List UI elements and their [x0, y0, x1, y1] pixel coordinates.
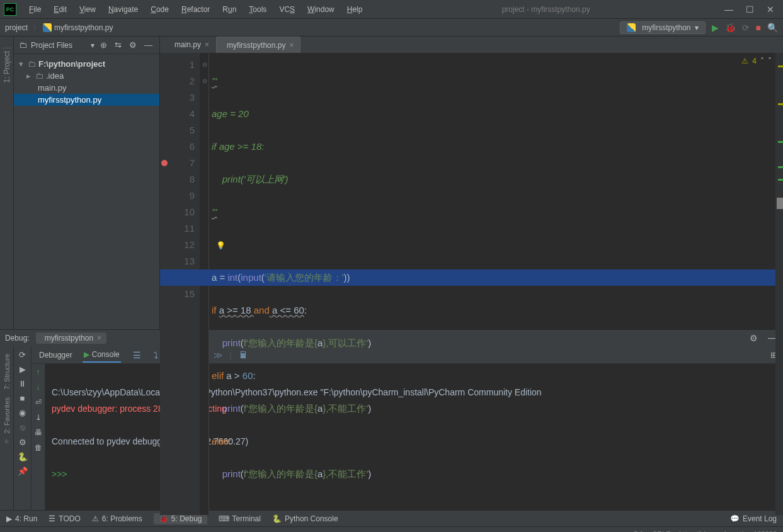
run-icon[interactable]: ▶ — [712, 23, 719, 33]
up-icon[interactable]: ↑ — [37, 368, 40, 376]
main-area: 1: Project 🗀 Project Files ▾ ⊕ ⇆ ⚙ — ▾🗀F… — [0, 37, 783, 329]
tab-myfirst[interactable]: myfirsstpython.py× — [216, 37, 300, 53]
menu-tools[interactable]: Tools — [244, 3, 271, 16]
resume-icon[interactable]: ▶ — [20, 365, 26, 374]
close-icon[interactable]: × — [205, 40, 209, 49]
caret-position[interactable]: 5:1 — [634, 530, 643, 533]
debug-icon[interactable]: 🐞 — [725, 23, 736, 33]
bulb-icon[interactable]: 💡 — [212, 241, 226, 250]
pause-icon[interactable]: ⏸ — [18, 379, 26, 388]
tree-idea[interactable]: ▸🗀.idea — [14, 70, 159, 82]
menu-refactor[interactable]: Refactor — [176, 3, 215, 16]
tool-event-log[interactable]: 💬Event Log — [730, 514, 777, 523]
project-panel-title[interactable]: Project Files — [31, 41, 87, 50]
tool-favorites[interactable]: 2: Favorites — [3, 397, 11, 433]
menu-code[interactable]: Code — [146, 3, 174, 16]
error-stripe[interactable] — [775, 53, 783, 515]
inspection-widget[interactable]: ⚠4 ˄ ˅ — [741, 57, 772, 65]
project-panel: 🗀 Project Files ▾ ⊕ ⇆ ⚙ — ▾🗀F:\python\pr… — [14, 37, 160, 329]
tab-debugger[interactable]: Debugger — [38, 348, 74, 362]
print-icon[interactable]: 🖶 — [35, 428, 42, 437]
editor-body[interactable]: 123456789101112131415 ⊖⊖ ''' age = 20 if… — [160, 53, 783, 515]
main-menu: File Edit View Navigate Code Refactor Ru… — [24, 3, 367, 16]
pin-icon[interactable]: 📌 — [18, 467, 28, 476]
soft-wrap-icon[interactable]: ⏎ — [35, 398, 42, 407]
scroll-end-icon[interactable]: ⤓ — [35, 413, 42, 422]
tool-todo[interactable]: ☰TODO — [49, 514, 80, 523]
evaluate-icon[interactable]: ≫ — [210, 350, 226, 360]
line-sep[interactable]: CRLF — [653, 530, 671, 533]
gear-icon[interactable]: ⚙ — [127, 40, 139, 50]
status-placeholder: ⌂ — [6, 530, 11, 533]
debug-config[interactable]: myfirsstpython × — [36, 332, 106, 344]
tool-problems[interactable]: ⚠6: Problems — [92, 514, 142, 523]
collapse-icon[interactable]: ⇆ — [113, 40, 123, 50]
tree-main[interactable]: main.py — [14, 82, 159, 94]
tab-console[interactable]: ▶Console — [83, 348, 121, 363]
menu-run[interactable]: Run — [217, 3, 241, 16]
mute-breakpoints-icon[interactable]: ⦸ — [20, 422, 25, 433]
breadcrumb-project[interactable]: project — [5, 23, 28, 32]
code-area[interactable]: ''' age = 20 if age >= 18: print('可以上网')… — [209, 53, 775, 515]
warning-icon: ⚠ — [741, 57, 748, 65]
close-icon[interactable]: × — [289, 41, 294, 50]
menu-window[interactable]: Window — [302, 3, 340, 16]
editor-tabs: main.py× myfirsstpython.py× — [160, 37, 783, 53]
todo-icon: ☰ — [49, 514, 55, 523]
tool-project[interactable]: 1: Project — [3, 48, 11, 86]
minimize-icon[interactable]: — — [724, 4, 733, 14]
navigation-bar: project 〉 myfirsstpython.py myfirsstpyth… — [0, 19, 783, 37]
threads-icon[interactable]: ☰ — [130, 350, 144, 360]
coverage-icon[interactable]: ⟳ — [742, 23, 750, 33]
next-icon[interactable]: ˅ — [768, 57, 772, 65]
down-icon[interactable]: ↓ — [37, 383, 40, 392]
project-tree: ▾🗀F:\python\project ▸🗀.idea main.py myfi… — [14, 54, 159, 110]
chevron-down-icon[interactable]: ▾ — [91, 41, 94, 50]
tool-run[interactable]: ▶4: Run — [6, 514, 37, 523]
tree-root[interactable]: ▾🗀F:\python\project — [14, 58, 159, 70]
menu-vcs[interactable]: VCS — [274, 3, 300, 16]
python-icon[interactable]: 🐍 — [18, 452, 28, 461]
project-panel-header: 🗀 Project Files ▾ ⊕ ⇆ ⚙ — — [14, 37, 159, 54]
debug-label: Debug: — [5, 334, 30, 342]
hide-icon[interactable]: — — [142, 40, 154, 50]
tool-python-console[interactable]: 🐍Python Console — [272, 514, 338, 523]
status-bar: ⌂ 5:1 CRLF https://blog.csdn.net/zyy1309… — [0, 526, 783, 532]
locate-icon[interactable]: ⊕ — [98, 40, 109, 50]
play-icon: ▶ — [84, 350, 89, 359]
debug-tabs: Debugger ▶Console ☰ — [31, 346, 151, 364]
menu-navigate[interactable]: Navigate — [103, 3, 143, 16]
bubble-icon: 💬 — [730, 514, 740, 523]
tab-main[interactable]: main.py× — [164, 37, 216, 53]
menu-edit[interactable]: Edit — [49, 3, 72, 16]
star-icon: ★ — [3, 437, 10, 446]
close-icon[interactable]: ✕ — [767, 4, 774, 14]
view-breakpoints-icon[interactable]: ◉ — [19, 408, 26, 417]
stop-icon[interactable]: ■ — [756, 23, 761, 33]
prev-icon[interactable]: ˄ — [760, 57, 764, 65]
menu-view[interactable]: View — [74, 3, 101, 16]
menu-help[interactable]: Help — [342, 3, 368, 16]
window-title: project - myfirsstpython.py — [367, 5, 724, 14]
stop-icon[interactable]: ■ — [20, 393, 25, 403]
left-tool-stripe: 1: Project — [0, 37, 14, 329]
clear-icon[interactable]: 🗑 — [35, 443, 42, 452]
settings-icon[interactable]: ⚙ — [19, 438, 26, 447]
tree-myfirst[interactable]: myfirsstpython.py — [14, 94, 159, 106]
rerun-icon[interactable]: ⟳ — [19, 350, 26, 359]
close-icon[interactable]: × — [97, 334, 101, 342]
python-icon — [627, 23, 636, 32]
terminal-icon: ⌨ — [219, 514, 229, 523]
maximize-icon[interactable]: ☐ — [746, 4, 754, 14]
menu-file[interactable]: File — [24, 3, 46, 16]
tool-structure[interactable]: 7: Structure — [3, 354, 11, 390]
debug-side-toolbar: ⟳ ▶ ⏸ ■ ◉ ⦸ ⚙ 🐍 📌 — [14, 346, 31, 510]
title-bar: PC File Edit View Navigate Code Refactor… — [0, 0, 783, 19]
breakpoint-icon[interactable] — [161, 160, 168, 166]
search-icon[interactable]: 🔍 — [767, 23, 778, 33]
breadcrumb-file[interactable]: myfirsstpython.py — [54, 23, 113, 32]
tool-terminal[interactable]: ⌨Terminal — [219, 514, 261, 523]
play-icon: ▶ — [6, 514, 12, 523]
run-configuration[interactable]: myfirsstpython ▾ — [620, 21, 705, 34]
editor: main.py× myfirsstpython.py× 123456789101… — [160, 37, 783, 329]
